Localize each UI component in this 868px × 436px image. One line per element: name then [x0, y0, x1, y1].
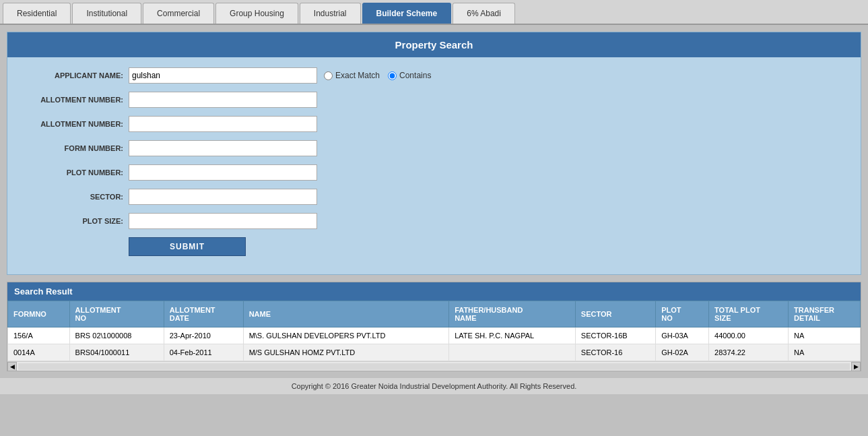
table-cell: 04-Feb-2011 [164, 344, 243, 361]
submit-button[interactable]: SUBMIT [129, 237, 246, 256]
allotment-number-1-row: ALLOTMENT NUMBER: [21, 92, 847, 108]
allotment-number-2-input[interactable] [129, 116, 317, 132]
table-cell: LATE SH. P.C. NAGPAL [449, 328, 576, 344]
table-header-row: FORMNO ALLOTMENTNO ALLOTMENTDATE NAME FA… [8, 301, 861, 328]
table-cell: SECTOR-16B [575, 328, 655, 344]
tab-industrial[interactable]: Industrial [300, 3, 361, 24]
applicant-name-label: APPLICANT NAME: [21, 71, 129, 80]
allotment-number-1-input[interactable] [129, 92, 317, 108]
table-cell: 156/A [8, 328, 70, 344]
applicant-name-input[interactable] [129, 67, 317, 84]
scroll-right-arrow[interactable]: ▶ [851, 362, 861, 371]
col-allotment-no: ALLOTMENTNO [69, 301, 164, 328]
submit-row: SUBMIT [21, 237, 847, 256]
table-cell: SECTOR-16 [575, 344, 655, 361]
scroll-track[interactable] [18, 363, 850, 370]
table-row: 156/ABRS 02\100000823-Apr-2010M\S. GULSH… [8, 328, 861, 344]
sector-label: SECTOR: [21, 193, 129, 201]
col-formno: FORMNO [8, 301, 70, 328]
tab-group-housing[interactable]: Group Housing [215, 3, 298, 24]
table-cell: 0014A [8, 344, 70, 361]
table-cell: BRS04/1000011 [69, 344, 164, 361]
plot-number-label: PLOT NUMBER: [21, 168, 129, 177]
col-plot-no: PLOTNO [656, 301, 709, 328]
plot-size-row: PLOT SIZE: [21, 213, 847, 229]
results-panel: Search Result FORMNO ALLOTMENTNO ALLOTME… [7, 282, 861, 371]
tab-commercial[interactable]: Commercial [143, 3, 214, 24]
table-cell: NA [789, 328, 861, 344]
sector-input[interactable] [129, 189, 317, 205]
tab-residential[interactable]: Residential [3, 3, 71, 24]
col-allotment-date: ALLOTMENTDATE [164, 301, 243, 328]
exact-match-label[interactable]: Exact Match [324, 71, 380, 80]
horizontal-scrollbar[interactable]: ◀ ▶ [7, 361, 861, 371]
plot-size-input[interactable] [129, 213, 317, 229]
search-panel-title: Property Search [7, 32, 861, 57]
col-name: NAME [243, 301, 449, 328]
applicant-name-row: APPLICANT NAME: Exact Match Contains [21, 67, 847, 84]
plot-size-label: PLOT SIZE: [21, 217, 129, 225]
table-cell [449, 344, 576, 361]
footer-text: Copyright © 2016 Greater Noida Industria… [292, 382, 577, 390]
results-table: FORMNO ALLOTMENTNO ALLOTMENTDATE NAME FA… [7, 301, 861, 361]
table-cell: 28374.22 [709, 344, 789, 361]
table-cell: M/S GULSHAN HOMZ PVT.LTD [243, 344, 449, 361]
allotment-number-1-label: ALLOTMENT NUMBER: [21, 96, 129, 104]
table-row: 0014ABRS04/100001104-Feb-2011M/S GULSHAN… [8, 344, 861, 361]
search-form: APPLICANT NAME: Exact Match Contains ALL… [7, 57, 861, 274]
footer: Copyright © 2016 Greater Noida Industria… [0, 378, 868, 394]
form-number-label: FORM NUMBER: [21, 144, 129, 152]
results-header: Search Result [7, 282, 861, 301]
col-sector: SECTOR [575, 301, 655, 328]
exact-match-radio[interactable] [324, 71, 333, 80]
form-number-input[interactable] [129, 140, 317, 156]
sector-row: SECTOR: [21, 189, 847, 205]
table-cell: BRS 02\1000008 [69, 328, 164, 344]
table-cell: GH-03A [656, 328, 709, 344]
scroll-left-arrow[interactable]: ◀ [7, 362, 17, 371]
form-number-row: FORM NUMBER: [21, 140, 847, 156]
main-container: Property Search APPLICANT NAME: Exact Ma… [0, 25, 868, 378]
plot-number-row: PLOT NUMBER: [21, 164, 847, 181]
search-panel: Property Search APPLICANT NAME: Exact Ma… [7, 32, 861, 275]
table-cell: 44000.00 [709, 328, 789, 344]
tab-6%-abadi[interactable]: 6% Abadi [453, 3, 515, 24]
col-transfer-detail: TRANSFERDETAIL [789, 301, 861, 328]
table-cell: M\S. GULSHAN DEVELOPERS PVT.LTD [243, 328, 449, 344]
tab-builder-scheme[interactable]: Builder Scheme [362, 3, 452, 24]
col-father-husband: FATHER/HUSBANDNAME [449, 301, 576, 328]
contains-radio[interactable] [388, 71, 397, 80]
match-type-group: Exact Match Contains [324, 71, 431, 80]
tab-institutional[interactable]: Institutional [72, 3, 141, 24]
table-cell: GH-02A [656, 344, 709, 361]
allotment-number-2-label: ALLOTMENT NUMBER: [21, 120, 129, 128]
tabs-bar: ResidentialInstitutionalCommercialGroup … [0, 0, 868, 25]
allotment-number-2-row: ALLOTMENT NUMBER: [21, 116, 847, 132]
table-cell: NA [789, 344, 861, 361]
table-cell: 23-Apr-2010 [164, 328, 243, 344]
plot-number-input[interactable] [129, 164, 317, 181]
col-total-plot-size: TOTAL PLOTSIZE [709, 301, 789, 328]
contains-label[interactable]: Contains [388, 71, 431, 80]
